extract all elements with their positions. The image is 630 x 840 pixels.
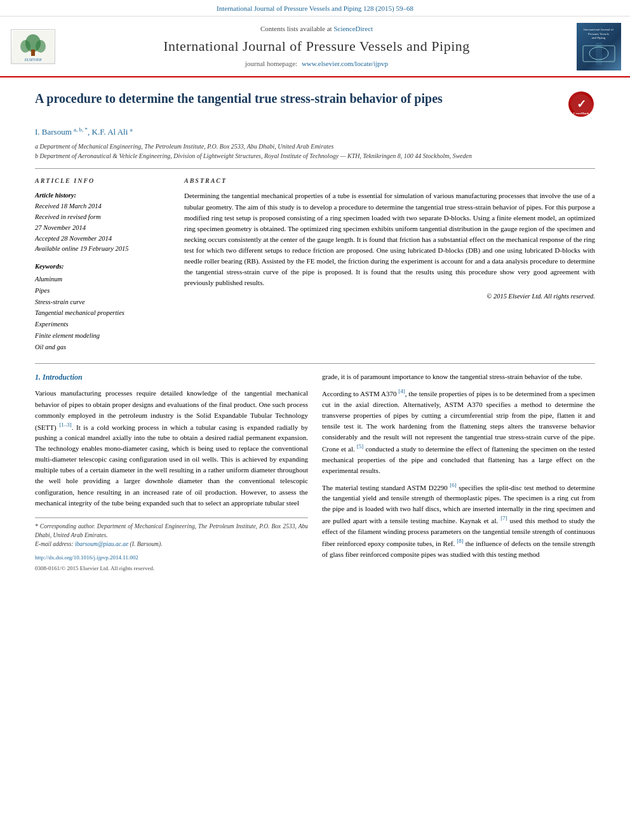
abstract-header: Abstract: [184, 177, 595, 185]
affiliation-b: b Department of Aeronautical & Vehicle E…: [35, 151, 595, 161]
citation-bar: International Journal of Pressure Vessel…: [0, 0, 630, 17]
crossmark-icon: ✓ CrossMark: [568, 91, 594, 117]
journal-center: Contents lists available at ScienceDirec…: [65, 22, 568, 71]
astm-para: According to ASTM A370 [4], the tensile …: [322, 387, 595, 476]
journal-cover: International Journal ofPressure Vessels…: [575, 22, 622, 71]
author-alali: K.F. Al Ali a: [92, 127, 133, 137]
intro-cont-para: grade, it is of paramount importance to …: [322, 371, 595, 382]
crossmark-badge: ✓ CrossMark: [567, 90, 595, 118]
keywords-title: Keywords:: [35, 262, 171, 272]
intro-title: 1. Introduction: [35, 371, 308, 383]
keywords-list: Aluminum Pipes Stress-strain curve Tange…: [35, 274, 171, 353]
journal-cover-image: International Journal ofPressure Vessels…: [577, 23, 621, 70]
copyright: © 2015 Elsevier Ltd. All rights reserved…: [184, 292, 595, 302]
corresponding-author: * Corresponding author. Department of Me…: [35, 522, 308, 540]
science-direct-link[interactable]: ScienceDirect: [333, 25, 373, 32]
svg-rect-2: [31, 50, 35, 56]
keyword-item: Stress-strain curve: [35, 297, 171, 308]
email-line: E-mail address: ibarsoum@piau.ac.ae (I. …: [35, 540, 308, 549]
history-title: Article history:: [35, 190, 171, 201]
revised-date: 27 November 2014: [35, 223, 171, 234]
body-cols: 1. Introduction Various manufacturing pr…: [35, 371, 595, 573]
keyword-item: Finite element modeling: [35, 330, 171, 342]
article-history: Article history: Received 18 March 2014 …: [35, 190, 171, 255]
online-date: Available online 19 February 2015: [35, 244, 171, 255]
svg-text:CrossMark: CrossMark: [573, 112, 589, 115]
footnote-area: * Corresponding author. Department of Me…: [35, 517, 308, 549]
email-link[interactable]: ibarsoum@piau.ac.ae: [75, 541, 128, 547]
journal-header: ELSEVIER Contents lists available at Sci…: [0, 17, 630, 77]
received-date: Received 18 March 2014: [35, 201, 171, 212]
divider-2: [35, 363, 595, 364]
material-para: The material testing standard ASTM D2290…: [322, 481, 595, 560]
paper-title-section: A procedure to determine the tangential …: [35, 90, 595, 121]
author-barsoum: I. Barsoum a, b, *: [35, 127, 88, 137]
journal-title: International Journal of Pressure Vessel…: [65, 37, 568, 57]
authors-line: I. Barsoum a, b, *, K.F. Al Ali a: [35, 126, 595, 138]
doi-link[interactable]: http://dx.doi.org/10.1016/j.ijpvp.2014.1…: [35, 554, 138, 563]
article-info-col: Article Info Article history: Received 1…: [35, 177, 171, 352]
svg-text:ELSEVIER: ELSEVIER: [23, 58, 41, 62]
accepted-date: Accepted 28 November 2014: [35, 234, 171, 244]
body-right-col: grade, it is of paramount importance to …: [322, 371, 595, 573]
ref-4[interactable]: [4]: [398, 388, 405, 394]
abstract-col: Abstract Determining the tangential mech…: [184, 177, 595, 352]
ref-7[interactable]: [7]: [500, 515, 507, 521]
paper-title: A procedure to determine the tangential …: [35, 90, 558, 107]
ref-6[interactable]: [6]: [450, 482, 457, 488]
keyword-item: Aluminum: [35, 274, 171, 285]
affiliations: a Department of Mechanical Engineering, …: [35, 142, 595, 161]
svg-point-4: [36, 40, 46, 53]
svg-point-3: [20, 40, 30, 53]
received-revised-label: Received in revised form: [35, 212, 171, 223]
journal-homepage-line: journal homepage: www.elsevier.com/locat…: [65, 59, 568, 69]
ref-8[interactable]: [8]: [457, 538, 464, 544]
abstract-text: Determining the tangential mechanical pr…: [184, 190, 595, 288]
info-abstract-cols: Article Info Article history: Received 1…: [35, 177, 595, 352]
intro-para-1: Various manufacturing processes require …: [35, 388, 308, 508]
article-info-header: Article Info: [35, 177, 171, 185]
homepage-link[interactable]: www.elsevier.com/locate/ijpvp: [302, 60, 388, 67]
keyword-item: Oil and gas: [35, 342, 171, 353]
science-direct-line: Contents lists available at ScienceDirec…: [65, 24, 568, 34]
ref-5[interactable]: [5]: [357, 443, 364, 450]
footer-bar: http://dx.doi.org/10.1016/j.ijpvp.2014.1…: [35, 554, 308, 563]
journal-citation: International Journal of Pressure Vessel…: [217, 4, 413, 12]
keyword-item: Tangential mechanical properties: [35, 307, 171, 319]
elsevier-logo: ELSEVIER: [8, 22, 58, 71]
svg-text:✓: ✓: [577, 98, 586, 110]
issn-line: 0308-0161/© 2015 Elsevier Ltd. All right…: [35, 564, 308, 573]
cover-title-text: International Journal ofPressure Vessels…: [584, 28, 613, 41]
main-content: A procedure to determine the tangential …: [0, 77, 630, 586]
elsevier-image: ELSEVIER: [11, 29, 55, 64]
keyword-item: Pipes: [35, 285, 171, 297]
keyword-item: Experiments: [35, 319, 171, 330]
divider-1: [35, 168, 595, 169]
affiliation-a: a Department of Mechanical Engineering, …: [35, 142, 595, 151]
ref-1-3[interactable]: [1–3]: [59, 422, 72, 428]
body-left-col: 1. Introduction Various manufacturing pr…: [35, 371, 308, 573]
svg-rect-8: [596, 43, 602, 65]
